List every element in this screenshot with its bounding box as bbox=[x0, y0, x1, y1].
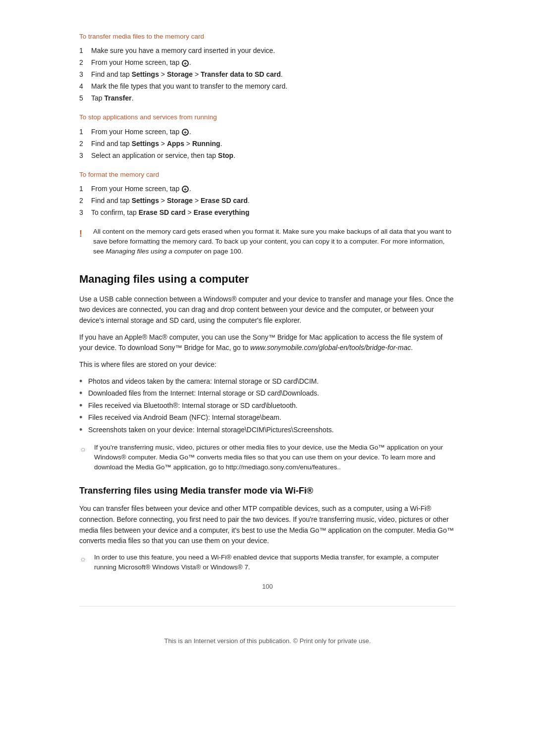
steps-format-card: 1From your Home screen, tap . 2Find and … bbox=[79, 184, 456, 218]
heading-transfer-media: To transfer media files to the memory ca… bbox=[79, 32, 456, 42]
transferring-tip-block: ☼ In order to use this feature, you need… bbox=[79, 553, 456, 573]
step-item: 5Tap Transfer. bbox=[79, 93, 456, 103]
format-note-text: All content on the memory card gets eras… bbox=[93, 227, 456, 257]
section-stop-apps: To stop applications and services from r… bbox=[79, 112, 456, 160]
footer-text: This is an Internet version of this publ… bbox=[79, 636, 456, 646]
step-item: 2From your Home screen, tap . bbox=[79, 57, 456, 68]
step-item: 3Find and tap Settings > Storage > Trans… bbox=[79, 69, 456, 80]
managing-para-1: Use a USB cable connection between a Win… bbox=[79, 294, 456, 326]
managing-para-3: This is where files are stored on your d… bbox=[79, 359, 456, 370]
footer-divider bbox=[79, 606, 456, 606]
list-item: •Downloaded files from the Internet: Int… bbox=[79, 388, 456, 399]
section-format-card: To format the memory card 1From your Hom… bbox=[79, 170, 456, 218]
managing-files-title: Managing files using a computer bbox=[79, 271, 456, 287]
step-item: 3To confirm, tap Erase SD card > Erase e… bbox=[79, 207, 456, 218]
list-item: •Files received via Bluetooth®: Internal… bbox=[79, 401, 456, 411]
tip-icon: ☼ bbox=[79, 443, 90, 455]
step-item: 2Find and tap Settings > Storage > Erase… bbox=[79, 196, 456, 206]
transferring-tip-text: In order to use this feature, you need a… bbox=[94, 553, 456, 573]
list-item: •Files received via Android Beam (NFC): … bbox=[79, 412, 456, 423]
transferring-para-1: You can transfer files between your devi… bbox=[79, 504, 456, 547]
step-item: 1From your Home screen, tap . bbox=[79, 127, 456, 137]
steps-transfer-media: 1Make sure you have a memory card insert… bbox=[79, 46, 456, 103]
warning-icon: ! bbox=[79, 227, 89, 241]
home-icon bbox=[182, 186, 189, 193]
step-item: 1Make sure you have a memory card insert… bbox=[79, 46, 456, 56]
heading-format-card: To format the memory card bbox=[79, 170, 456, 180]
format-note-block: ! All content on the memory card gets er… bbox=[79, 227, 456, 257]
tip-icon: ☼ bbox=[79, 553, 90, 565]
section-managing-files: Managing files using a computer Use a US… bbox=[79, 271, 456, 473]
step-item: 3Select an application or service, then … bbox=[79, 151, 456, 161]
section-transfer-media: To transfer media files to the memory ca… bbox=[79, 32, 456, 103]
list-item: •Photos and videos taken by the camera: … bbox=[79, 376, 456, 387]
list-item: •Screenshots taken on your device: Inter… bbox=[79, 425, 456, 436]
steps-stop-apps: 1From your Home screen, tap . 2Find and … bbox=[79, 127, 456, 161]
page-number: 100 bbox=[79, 582, 456, 592]
files-location-list: •Photos and videos taken by the camera: … bbox=[79, 376, 456, 436]
managing-tip-text: If you're transferring music, video, pic… bbox=[94, 443, 456, 473]
step-item: 1From your Home screen, tap . bbox=[79, 184, 456, 194]
managing-para-2: If you have an Apple® Mac® computer, you… bbox=[79, 332, 456, 353]
page-content: To transfer media files to the memory ca… bbox=[0, 0, 535, 756]
transferring-files-title: Transferring files using Media transfer … bbox=[79, 484, 456, 498]
step-item: 2Find and tap Settings > Apps > Running. bbox=[79, 139, 456, 149]
home-icon bbox=[182, 60, 189, 67]
section-transferring-files: Transferring files using Media transfer … bbox=[79, 484, 456, 572]
heading-stop-apps: To stop applications and services from r… bbox=[79, 112, 456, 122]
managing-tip-block: ☼ If you're transferring music, video, p… bbox=[79, 443, 456, 473]
home-icon bbox=[182, 129, 189, 136]
step-item: 4Mark the file types that you want to tr… bbox=[79, 81, 456, 92]
